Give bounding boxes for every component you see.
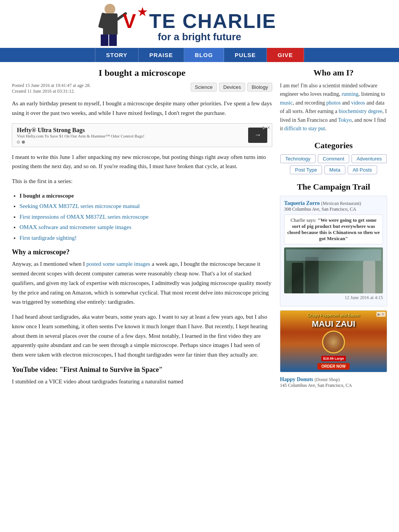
ad-subtitle-text: Crispy Pepperoni and Bacon (307, 313, 360, 318)
tag-science[interactable]: Science (191, 83, 217, 92)
article-para3: This is the first in a series: (12, 177, 272, 186)
photos-link[interactable]: photos (326, 100, 340, 106)
series-link-4[interactable]: OMAX software and micrometer sample imag… (20, 224, 131, 230)
main-nav: STORY PRAISE BLOG PULSE GIVE (0, 48, 399, 62)
series-link-2[interactable]: Seeking OMAX M837ZL series microscope ma… (20, 203, 140, 209)
tokyo-link[interactable]: Tokyo (338, 117, 352, 123)
cat-comment[interactable]: Comment (318, 154, 349, 163)
article-youtube-para: I stumbled on a VICE video about tardigr… (12, 377, 272, 386)
pizza-icon (322, 331, 345, 354)
header-title-block: V ★ TE CHARLIE for a bright future (123, 11, 276, 46)
nav-story[interactable]: STORY (95, 48, 139, 62)
list-item: First tardigrade sighting! (20, 234, 272, 242)
why-heading: Why a microscope? (12, 248, 272, 256)
nav-blog[interactable]: BLOG (184, 48, 224, 62)
ad-brand-text: MAUI ZAUI (307, 319, 360, 329)
ad-subtitle: Visit Hefty.com To Save $1 On Our Arm & … (17, 134, 144, 138)
list-item: OMAX software and micrometer sample imag… (20, 223, 272, 232)
series-list: I bought a microscope Seeking OMAX M837Z… (20, 192, 272, 242)
cat-post-type[interactable]: Post Type (290, 165, 322, 174)
campaign-timestamp: 12 June 2016 at 4:15 (284, 295, 383, 301)
campaign-section: The Campaign Trail Taqueria Zorro (Mexic… (280, 182, 387, 388)
page-layout: I bought a microscope Posted 15 June 201… (8, 62, 391, 402)
article-para1: As an early birthday present to myself, … (12, 99, 272, 118)
youtube-heading: YouTube video: "First Animal to Survive … (12, 366, 272, 374)
happy-donuts-item: Happy Donuts (Donut Shop) 145 Columbus A… (280, 376, 387, 388)
list-item: First impressions of OMAX M837ZL series … (20, 213, 272, 221)
ad-maui-image: Crispy Pepperoni and Bacon MAUI ZAUI $18… (280, 311, 387, 372)
site-subtitle: for a bright future (123, 31, 276, 43)
price-badge: $18.99 Large (321, 356, 346, 361)
cat-all-posts[interactable]: All Posts (348, 165, 377, 174)
who-am-i-text: I am me! I'm also a scientist minded sof… (280, 82, 387, 133)
tag-devices[interactable]: Devices (219, 83, 245, 92)
article-meta: Posted 15 June 2016 at 19:41:47 at age 2… (12, 83, 272, 94)
sidebar: Who am I? I am me! I'm also a scientist … (280, 68, 387, 396)
campaign-quote: Charlie says: "We were going to get some… (284, 214, 383, 244)
biochemistry-link[interactable]: biochemistry degree (339, 108, 383, 114)
tag-biology[interactable]: Biology (247, 83, 272, 92)
ad-dot-2 (22, 141, 25, 144)
ad-title: Hefty® Ultra Strong Bags (17, 127, 144, 134)
article-title: I bought a microscope (12, 68, 272, 78)
cat-meta[interactable]: Meta (324, 165, 345, 174)
article-tardigrades-para: I had heard about tardigrades, aka water… (12, 312, 272, 360)
categories-section: Categories Technology Comment Adventures… (280, 141, 387, 174)
campaign-item-taqueria: Taqueria Zorro (Mexican Restaurant) 308 … (280, 196, 387, 306)
ad-maui-close[interactable]: ▶ ✕ (376, 312, 386, 317)
who-am-i-title: Who am I? (280, 68, 387, 78)
nav-praise[interactable]: PRAISE (139, 48, 184, 62)
sample-images-link[interactable]: posted some sample images (86, 261, 150, 267)
music-link[interactable]: music (280, 100, 293, 106)
list-item: I bought a microscope (20, 192, 272, 200)
article-tags: Science Devices Biology (191, 83, 272, 92)
ad-banner: Hefty® Ultra Strong Bags Visit Hefty.com… (12, 123, 272, 147)
article-why-para: Anyway, as I mentioned when I posted som… (12, 259, 272, 307)
cat-technology[interactable]: Technology (280, 154, 316, 163)
article-dates: Posted 15 June 2016 at 19:41:47 at age 2… (12, 83, 187, 94)
campaign-photo (284, 247, 383, 293)
place-address: 308 Columbus Ave, San Francisco, CA (284, 206, 383, 212)
categories-grid: Technology Comment Adventures Post Type … (280, 154, 387, 174)
happy-donuts-type: (Donut Shop) (315, 377, 340, 382)
place-type: (Mexican Restaurant) (321, 201, 361, 206)
cat-adventures[interactable]: Adventures (352, 154, 387, 163)
list-item: Seeking OMAX M837ZL series microscope ma… (20, 202, 272, 211)
ad-dot-1 (17, 141, 20, 144)
campaign-title: The Campaign Trail (280, 182, 387, 192)
star-icon: ★ (137, 7, 148, 18)
nav-give[interactable]: GIVE (267, 48, 304, 62)
ad-maui: ▶ ✕ Crispy Pepperoni and Bacon MAUI ZAUI… (280, 310, 387, 372)
site-title: V ★ TE CHARLIE (123, 11, 276, 31)
header: V ★ TE CHARLIE for a bright future (0, 0, 399, 48)
series-link-5[interactable]: First tardigrade sighting! (20, 235, 77, 241)
ad-close-button[interactable]: ▶ ✕ (263, 125, 270, 130)
article-para2: I meant to write this June 1 after unpac… (12, 152, 272, 172)
order-button[interactable]: ORDER NOW (317, 363, 349, 370)
series-link-3[interactable]: First impressions of OMAX M837ZL series … (20, 214, 149, 220)
happy-donuts-address: 145 Columbus Ave, San Francisco, CA (280, 383, 387, 388)
who-am-i-section: Who am I? I am me! I'm also a scientist … (280, 68, 387, 133)
nav-pulse[interactable]: PULSE (224, 48, 267, 62)
running-link[interactable]: running (342, 91, 358, 97)
videos-link[interactable]: videos (351, 100, 365, 106)
categories-title: Categories (280, 141, 387, 151)
happy-donuts-name[interactable]: Happy Donuts (280, 376, 313, 382)
difficult-link[interactable]: difficult to stay put (284, 126, 325, 131)
place-name[interactable]: Taqueria Zorro (284, 200, 320, 206)
main-content: I bought a microscope Posted 15 June 201… (12, 68, 272, 396)
